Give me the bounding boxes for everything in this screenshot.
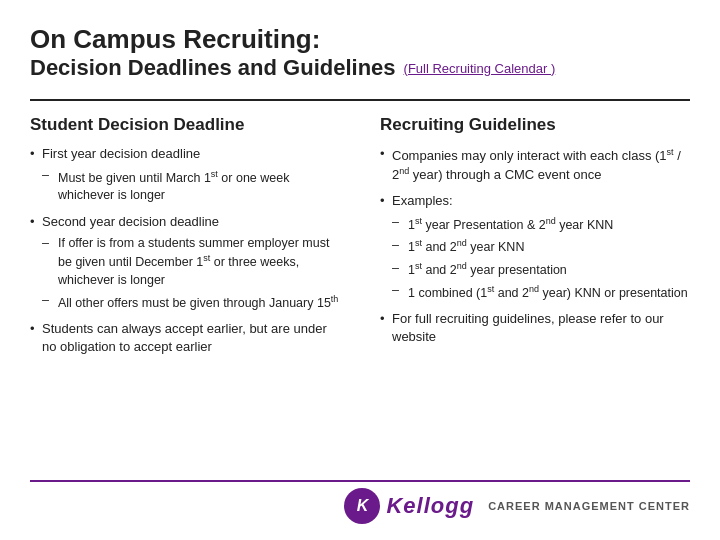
kellogg-name: Kellogg	[386, 493, 474, 519]
list-item: Second year decision deadline If offer i…	[30, 213, 340, 313]
full-calendar-link[interactable]: (Full Recruiting Calendar )	[404, 61, 556, 76]
list-item: 1st and 2nd year KNN	[392, 237, 690, 257]
sub-item-text: 1 combined (1st and 2nd year) KNN or pre…	[408, 286, 688, 300]
list-item: 1 combined (1st and 2nd year) KNN or pre…	[392, 282, 690, 302]
sub-item-text: 1st year Presentation & 2nd year KNN	[408, 218, 613, 232]
sub-item-text: 1st and 2nd year KNN	[408, 240, 524, 254]
content-area: Student Decision Deadline First year dec…	[30, 115, 690, 470]
right-column: Recruiting Guidelines Companies may only…	[370, 115, 690, 470]
item-text: Students can always accept earlier, but …	[42, 321, 327, 354]
title-line2: Decision Deadlines and Guidelines (Full …	[30, 55, 690, 81]
sub-item-text: Must be given until March 1st or one wee…	[58, 171, 289, 203]
list-item: Examples: 1st year Presentation & 2nd ye…	[380, 192, 690, 302]
item-text: First year decision deadline	[42, 146, 200, 161]
right-section-title: Recruiting Guidelines	[380, 115, 690, 135]
list-item: Companies may only interact with each cl…	[380, 145, 690, 184]
sub-items: 1st year Presentation & 2nd year KNN 1st…	[392, 214, 690, 302]
footer-logo: K Kellogg CAREER MANAGEMENT CENTER	[344, 488, 690, 524]
item-text: For full recruiting guidelines, please r…	[392, 311, 664, 344]
title-line2-text: Decision Deadlines and Guidelines	[30, 55, 396, 81]
title-line1: On Campus Recruiting:	[30, 24, 690, 55]
sub-items: If offer is from a students summer emplo…	[42, 235, 340, 312]
logo-circle: K	[344, 488, 380, 524]
item-text: Examples:	[392, 193, 453, 208]
footer: K Kellogg CAREER MANAGEMENT CENTER	[30, 480, 690, 524]
header-divider	[30, 99, 690, 101]
list-item: All other offers must be given through J…	[42, 292, 340, 312]
list-item: 1st year Presentation & 2nd year KNN	[392, 214, 690, 234]
list-item: Students can always accept earlier, but …	[30, 320, 340, 356]
left-section-title: Student Decision Deadline	[30, 115, 340, 135]
header: On Campus Recruiting: Decision Deadlines…	[30, 24, 690, 81]
list-item: First year decision deadline Must be giv…	[30, 145, 340, 204]
logo-icon: K	[357, 497, 369, 515]
sub-item-text: 1st and 2nd year presentation	[408, 263, 567, 277]
item-text: Second year decision deadline	[42, 214, 219, 229]
list-item: Must be given until March 1st or one wee…	[42, 167, 340, 204]
main-container: On Campus Recruiting: Decision Deadlines…	[0, 0, 720, 540]
kellogg-logo: K Kellogg	[344, 488, 474, 524]
sub-item-text: All other offers must be given through J…	[58, 296, 338, 310]
cmc-label: CAREER MANAGEMENT CENTER	[488, 500, 690, 512]
list-item: 1st and 2nd year presentation	[392, 260, 690, 280]
list-item: For full recruiting guidelines, please r…	[380, 310, 690, 346]
left-column: Student Decision Deadline First year dec…	[30, 115, 350, 470]
sub-items: Must be given until March 1st or one wee…	[42, 167, 340, 204]
item-text: Companies may only interact with each cl…	[392, 148, 681, 183]
sub-item-text: If offer is from a students summer emplo…	[58, 236, 329, 287]
list-item: If offer is from a students summer emplo…	[42, 235, 340, 290]
